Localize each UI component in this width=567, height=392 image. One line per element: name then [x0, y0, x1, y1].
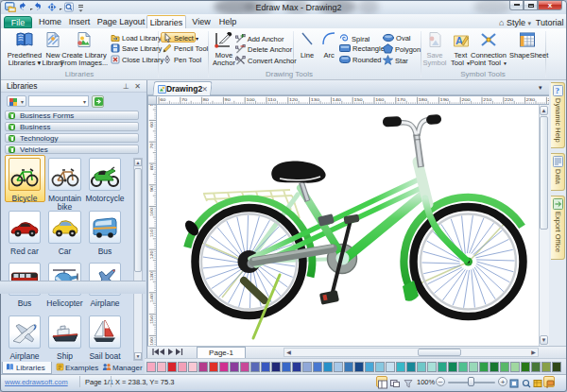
svg-text:140: 140 [149, 294, 154, 302]
svg-text:90: 90 [149, 186, 154, 192]
svg-text:150: 150 [149, 315, 154, 324]
svg-text:70: 70 [181, 97, 187, 102]
svg-text:100: 100 [149, 208, 154, 216]
svg-text:60: 60 [149, 121, 154, 127]
svg-text:70: 70 [149, 143, 154, 148]
svg-text:?: ? [556, 86, 560, 95]
svg-text:160: 160 [375, 97, 384, 102]
svg-text:190: 190 [440, 97, 449, 102]
svg-text:140: 140 [333, 97, 341, 102]
svg-text:230: 230 [526, 97, 535, 102]
svg-text:180: 180 [419, 97, 427, 102]
svg-text:110: 110 [149, 229, 154, 237]
svg-text:110: 110 [267, 97, 276, 102]
svg-text:200: 200 [461, 97, 470, 102]
svg-text:120: 120 [149, 250, 154, 259]
svg-text:100: 100 [246, 97, 254, 102]
svg-text:130: 130 [149, 272, 154, 281]
svg-text:160: 160 [149, 336, 154, 345]
svg-text:170: 170 [397, 97, 405, 102]
svg-text:80: 80 [203, 97, 209, 102]
svg-text:A: A [455, 35, 463, 46]
svg-text:90: 90 [225, 97, 231, 102]
svg-text:80: 80 [149, 164, 154, 170]
svg-text:220: 220 [505, 97, 513, 102]
svg-text:120: 120 [289, 97, 298, 102]
svg-text:60: 60 [160, 97, 165, 102]
svg-text:150: 150 [353, 97, 362, 102]
svg-text:210: 210 [483, 97, 491, 102]
svg-text:130: 130 [311, 97, 319, 102]
